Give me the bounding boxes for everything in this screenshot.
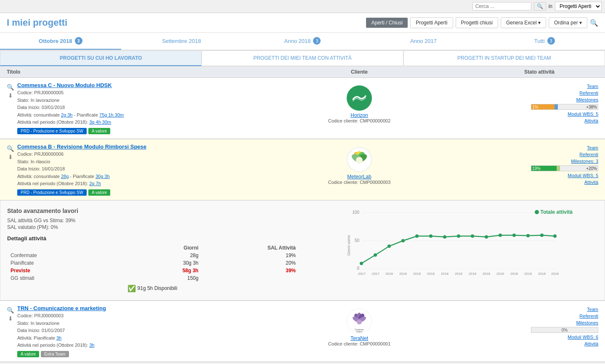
link-pianificate-2[interactable]: 30g 3h (96, 174, 110, 179)
link-referenti-3[interactable]: Referenti (579, 314, 598, 319)
svg-point-22 (471, 234, 474, 238)
search-icon-btn[interactable]: 🔍 (590, 19, 598, 27)
subtab-lavorato[interactable]: PROGETTI SU CUI HO LAVORATO (0, 50, 202, 66)
link-referenti-2[interactable]: Referenti (579, 152, 598, 157)
project-title-1[interactable]: Commessa C - Nuovo Modulo HDSK (17, 82, 238, 88)
link-attivita-1[interactable]: Attività (584, 118, 598, 123)
project-title-3[interactable]: TRN - Comunicazione e marketing (17, 305, 238, 311)
topbar: 🔍 in Progetti Aperti (0, 0, 605, 13)
tag-prd-1[interactable]: PRD - Produzione e Sviluppo SW (17, 128, 87, 134)
project-info-1: 🔍 ⬇ Commessa C - Nuovo Modulo HDSK Codic… (7, 82, 238, 134)
client-info-2: MeteorLab Codice cliente: CMP00000003 (328, 174, 391, 185)
link-milestones-3[interactable]: Milestones (576, 320, 598, 325)
client-area-2: MeteorLab Codice cliente: CMP00000003 (238, 143, 480, 185)
tab-anno-2017[interactable]: Anno 2017 (363, 33, 484, 50)
link-moduli-1[interactable]: Moduli WBS: 5 (568, 112, 598, 117)
client-area-3: Company Name TeraNet Codice cliente: CMP… (238, 305, 480, 346)
link-periodo-3[interactable]: 3h (89, 343, 94, 348)
link-moduli-3[interactable]: Moduli WBS: 6 (568, 335, 598, 340)
tab-ottobre-badge: 3 (75, 37, 82, 45)
svg-text:Name: Name (356, 330, 362, 333)
tag-valore-1[interactable]: A valore (88, 128, 110, 134)
link-attivita-2[interactable]: Attività (584, 180, 598, 185)
client-name-3[interactable]: TeraNet (328, 335, 391, 341)
sal-gg: SAL attività GG vs Stima: 39% (7, 218, 299, 223)
tag-valore-3[interactable]: A valore (17, 351, 39, 357)
project-icons-1: 🔍 ⬇ (7, 82, 14, 99)
link-milestones-1[interactable]: Milestones (576, 97, 598, 102)
svg-text:2018: 2018 (413, 272, 421, 275)
project-details-1: Commessa C - Nuovo Modulo HDSK Codice: P… (17, 82, 238, 134)
search-input[interactable] (472, 2, 531, 11)
download-icon-3[interactable]: ⬇ (7, 315, 14, 322)
tag-extrateam-3[interactable]: Extra Team (41, 351, 69, 357)
client-logo-1 (347, 85, 372, 111)
in-label: in (549, 3, 552, 9)
link-moduli-2[interactable]: Moduli WBS: 5 (568, 173, 598, 178)
link-periodo-1[interactable]: 3g 4h 30m (89, 120, 111, 125)
link-milestones-2[interactable]: Milestones: 3 (571, 159, 598, 164)
search-project-icon-3[interactable]: 🔍 (7, 307, 14, 314)
client-name-2[interactable]: MeteorLab (328, 174, 391, 180)
tab-anno-2018[interactable]: Anno 2018 3 (242, 33, 363, 50)
client-code-2: Codice cliente: CMP00000003 (328, 180, 391, 185)
tag-valore-2[interactable]: A valore (88, 189, 110, 196)
scope-dropdown[interactable]: Progetti Aperti (555, 2, 602, 11)
svg-point-6 (356, 157, 363, 164)
link-pianificate-3[interactable]: 3h (56, 335, 61, 340)
link-team-3[interactable]: Team (587, 307, 598, 312)
tab-tutti-badge: 3 (547, 37, 555, 45)
link-attivita-3[interactable]: Attività (584, 341, 598, 346)
svg-text:50: 50 (355, 238, 360, 243)
link-referenti-1[interactable]: Referenti (579, 90, 598, 96)
btn-genera-excel[interactable]: Genera Excel ▾ (501, 17, 546, 28)
table-header: Titolo Cliente Stato attività (0, 66, 605, 78)
download-icon-1[interactable]: ⬇ (7, 92, 14, 99)
tab-ottobre-label: Ottobre 2018 (39, 38, 72, 44)
svg-text:2018: 2018 (524, 272, 532, 275)
client-name-1[interactable]: Horizon (328, 112, 391, 118)
btn-ordina-per[interactable]: Ordina per ▾ (549, 17, 587, 28)
subtab-team-attivita[interactable]: PROGETTI DEI MIEI TEAM CON ATTIVITÀ (202, 50, 403, 66)
sal-grid: Stato avanzamento lavori SAL attività GG… (7, 207, 598, 293)
tab-settembre-label: Settembre 2018 (162, 38, 201, 44)
project-title-2[interactable]: Commessa B - Revisione Modulo Rimborsi S… (17, 143, 238, 150)
btn-progetti-chiusi[interactable]: Progetti chiusi (456, 17, 498, 28)
sal-pm: SAL valutato (PM): 0% (7, 224, 299, 230)
link-pianificate-1[interactable]: 75g 1h 30m (99, 112, 124, 117)
sal-row-gg-stimati: GG stimati 150g (7, 274, 299, 282)
link-consuntivate-2[interactable]: 28g (61, 174, 69, 179)
btn-progetti-aperti[interactable]: Progetti Aperti (410, 17, 453, 28)
search-project-icon-1[interactable]: 🔍 (7, 84, 14, 90)
project-info-3: 🔍 ⬇ TRN - Comunicazione e marketing Codi… (7, 305, 238, 357)
link-team-2[interactable]: Team (587, 145, 598, 150)
search-button[interactable]: 🔍 (534, 2, 546, 11)
svg-point-21 (457, 234, 460, 238)
svg-text:2018: 2018 (538, 272, 546, 275)
client-code-3: Codice cliente: CMP00000001 (328, 341, 391, 346)
col-cliente: Cliente (238, 69, 480, 75)
svg-text:-2017: -2017 (357, 272, 366, 275)
svg-text:0: 0 (357, 266, 359, 271)
status-area-2: Team Referenti Milestones: 3 19% +20% Mo… (480, 143, 598, 185)
tab-ottobre-2018[interactable]: Ottobre 2018 3 (0, 33, 121, 50)
project-details-2: Commessa B - Revisione Modulo Rimborsi S… (17, 143, 238, 196)
project-row-2: 🔍 ⬇ Commessa B - Revisione Modulo Rimbor… (0, 139, 605, 200)
tab-settembre-2018[interactable]: Settembre 2018 (121, 33, 242, 50)
subtab-startup[interactable]: PROGETTI IN STARTUP DEI MIEI TEAM (403, 50, 605, 66)
project-row-1: 🔍 ⬇ Commessa C - Nuovo Modulo HDSK Codic… (0, 78, 605, 139)
link-periodo-2[interactable]: 2g 7h (89, 181, 101, 186)
search-project-icon-2[interactable]: 🔍 (7, 145, 14, 152)
tab-tutti[interactable]: Tutti 3 (484, 33, 605, 50)
client-area-1: Horizon Codice cliente: CMP00000002 (238, 82, 480, 123)
download-icon-2[interactable]: ⬇ (7, 154, 14, 160)
chart-legend: Totale attività (535, 209, 573, 215)
btn-aperti-chiusi[interactable]: Aperti / Chiusi (366, 18, 408, 28)
link-team-1[interactable]: Team (587, 84, 598, 89)
link-consuntivate-1[interactable]: 2g 3h (61, 112, 73, 117)
svg-point-19 (429, 234, 433, 238)
svg-point-28 (553, 234, 557, 238)
client-code-1: Codice cliente: CMP00000002 (328, 118, 391, 123)
chart-svg: 100 50 0 Giorni uomo (306, 207, 598, 275)
tag-prd-2[interactable]: PRD - Produzione e Sviluppo SW (17, 189, 87, 196)
